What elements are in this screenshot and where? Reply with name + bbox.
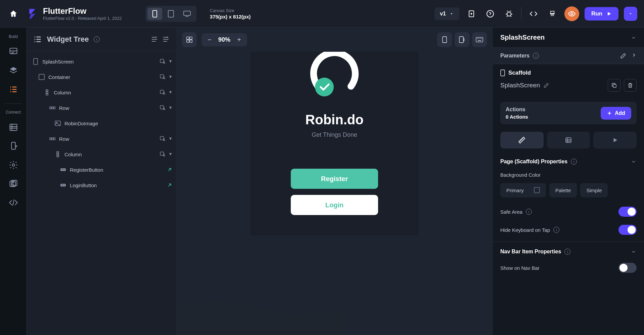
canvas-dimensions: 375(px) x 812(px): [210, 14, 251, 19]
copy-button[interactable]: [608, 79, 620, 92]
add-child-button[interactable]: [158, 104, 167, 112]
home-button[interactable]: [7, 7, 20, 20]
chevron-right-icon[interactable]: [631, 52, 637, 58]
add-child-button[interactable]: [158, 88, 167, 96]
info-icon[interactable]: i: [564, 249, 570, 255]
expand-icon[interactable]: [162, 35, 170, 43]
svg-rect-21: [46, 92, 48, 93]
svg-point-12: [12, 164, 14, 166]
rail-widgets-button[interactable]: [5, 44, 21, 60]
row-icon: [48, 137, 56, 141]
zoom-out-button[interactable]: −: [206, 36, 213, 44]
tree-item-column[interactable]: Column ▾: [27, 85, 176, 100]
desktop-icon: [183, 10, 191, 17]
rail-code-button[interactable]: [5, 195, 21, 211]
svg-rect-11: [11, 142, 15, 149]
rail-api-button[interactable]: [5, 138, 21, 154]
debug-button[interactable]: [502, 7, 516, 20]
tree-item-container[interactable]: Container ▾: [27, 69, 176, 85]
preview-button[interactable]: [564, 6, 579, 21]
simple-button[interactable]: Simple: [580, 183, 608, 197]
help-button[interactable]: [484, 7, 497, 20]
info-icon[interactable]: i: [571, 159, 577, 165]
tree-chevron[interactable]: ▾: [169, 88, 173, 96]
keyboard-button[interactable]: [472, 32, 487, 47]
run-button[interactable]: Run: [585, 7, 618, 20]
gear-icon: [9, 160, 18, 170]
palette-button[interactable]: Palette: [549, 183, 577, 197]
svg-point-5: [507, 12, 511, 16]
info-icon[interactable]: i: [94, 36, 100, 42]
svg-rect-25: [52, 107, 53, 109]
canvas-app-subtitle: Get Things Done: [312, 131, 357, 138]
rail-media-button[interactable]: [5, 176, 21, 192]
add-page-button[interactable]: [465, 7, 478, 20]
add-child-button[interactable]: [158, 135, 167, 143]
svg-rect-51: [480, 38, 480, 39]
svg-rect-2: [184, 11, 190, 15]
rail-settings-button[interactable]: [5, 157, 21, 173]
tree-item-image[interactable]: RobinDoImage: [27, 116, 176, 131]
bg-color-value[interactable]: Primary: [500, 183, 546, 197]
tree-chevron[interactable]: ▾: [169, 104, 173, 112]
device-preview-tablet[interactable]: [455, 32, 469, 47]
multi-select-button[interactable]: [182, 32, 197, 47]
svg-text:APK: APK: [551, 14, 554, 16]
canvas-phone-frame[interactable]: Robin.do Get Things Done Register Login: [250, 52, 418, 235]
show-nav-toggle[interactable]: [618, 263, 637, 273]
tree-item-login-button[interactable]: BTN LoginButton: [27, 177, 176, 193]
rail-database-button[interactable]: [5, 119, 21, 135]
delete-button[interactable]: [624, 79, 637, 92]
device-selector: [145, 6, 196, 22]
version-label: v1: [440, 11, 446, 17]
pencil-icon[interactable]: [620, 52, 627, 59]
pencil-icon[interactable]: [543, 82, 549, 88]
tab-animation[interactable]: [593, 132, 637, 149]
tree-item-row-2[interactable]: Row ▾: [27, 131, 176, 146]
zoom-in-button[interactable]: +: [236, 36, 242, 44]
info-icon[interactable]: i: [526, 209, 532, 215]
add-action-button[interactable]: Add: [601, 107, 631, 120]
add-child-button[interactable]: [158, 57, 167, 66]
widgets-icon: [9, 47, 18, 56]
device-phone-button[interactable]: [147, 8, 162, 20]
tree-chevron[interactable]: ▾: [169, 135, 173, 143]
version-dropdown[interactable]: v1: [434, 7, 459, 20]
rail-layers-button[interactable]: [5, 62, 21, 79]
chevron-down-icon[interactable]: [631, 35, 637, 41]
safe-area-toggle[interactable]: [618, 207, 637, 217]
device-preview-phone[interactable]: [437, 32, 452, 47]
tab-style[interactable]: [500, 132, 544, 149]
tree-item-row[interactable]: Row ▾: [27, 100, 176, 116]
info-icon[interactable]: i: [533, 53, 539, 59]
device-tablet-button[interactable]: [164, 8, 178, 20]
page-props-title: Page (Scaffold) Properties: [500, 159, 567, 165]
scaffold-name: SplashScreen: [500, 82, 540, 89]
canvas-register-button[interactable]: Register: [291, 169, 378, 189]
chevron-down-icon[interactable]: [631, 249, 637, 255]
eye-icon: [568, 10, 576, 18]
layers-icon: [9, 66, 18, 75]
info-icon[interactable]: i: [553, 227, 559, 233]
tree-chevron[interactable]: ▾: [169, 57, 173, 66]
canvas-login-button[interactable]: Login: [291, 195, 378, 215]
add-label: Add: [615, 110, 625, 116]
copy-icon: [611, 82, 617, 88]
rail-tree-button[interactable]: [5, 81, 21, 97]
tree-chevron[interactable]: ▾: [169, 73, 173, 81]
canvas-size-label: Canvas Size: [210, 8, 251, 13]
props-title: SplashScreen: [500, 34, 545, 41]
run-dropdown-button[interactable]: [624, 7, 637, 21]
code-button[interactable]: [527, 7, 540, 20]
tree-item-column-2[interactable]: Column ▾: [27, 146, 176, 162]
add-child-button[interactable]: [158, 150, 167, 158]
chevron-down-icon[interactable]: [631, 159, 637, 165]
add-child-button[interactable]: [158, 73, 167, 81]
tree-item-register-button[interactable]: BTN RegisterButton: [27, 162, 176, 177]
tree-item-splashscreen[interactable]: SplashScreen ▾: [27, 54, 176, 69]
tab-data[interactable]: [547, 132, 590, 149]
apk-button[interactable]: APK: [546, 7, 559, 20]
tree-chevron[interactable]: ▾: [169, 150, 173, 158]
device-desktop-button[interactable]: [180, 8, 194, 20]
hide-keyboard-toggle[interactable]: [618, 225, 637, 235]
